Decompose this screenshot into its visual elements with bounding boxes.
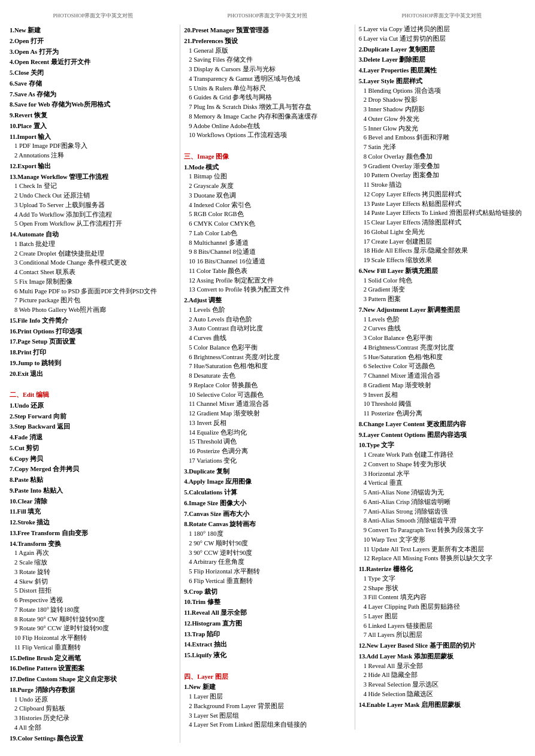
list-item: 11 Posterize 色调分离: [359, 409, 525, 418]
list-item: 1 Again 再次: [10, 548, 176, 558]
list-item: 12 Assing Profile 制定配置文件: [184, 276, 350, 286]
sub-title: 9.Revert 恢复: [10, 111, 176, 120]
sub-title: 9.Paste Into 粘贴入: [10, 486, 176, 496]
list-item: 4 Contact Sheet 联系表: [10, 268, 176, 277]
list-item: 3 Horizontal 水平: [359, 469, 525, 479]
list-item: 5 RGB Color RGB色: [184, 210, 350, 219]
list-item: 2 Curves 曲线: [359, 324, 525, 333]
sub-title: 4.Fade 消退: [10, 433, 176, 442]
list-item: 14 Equalize 色彩均化: [184, 428, 350, 438]
header-col-1: PHOTOSHOP界面文字中英文对照: [6, 12, 180, 20]
list-item: 1 Blending Options 混合选项: [359, 86, 525, 96]
sub-title: 12.Histogram 直方图: [184, 619, 350, 629]
sub-title: 3.Step Backward 返回: [10, 422, 176, 432]
list-item: 8 Rotate 90° CW 顺时针旋转90度: [10, 615, 176, 624]
list-item: 2 Undo Check Out 还原注销: [10, 191, 176, 201]
sub-title: 10.Clear 清除: [10, 497, 176, 506]
sub-title: 1.Mode 模式: [184, 163, 350, 172]
list-item: 6 Flip Vertical 垂直翻转: [184, 576, 350, 586]
list-item: 4 Skew 斜切: [10, 577, 176, 587]
sub-title: 7.Canvas Size 画布大小: [184, 509, 350, 519]
list-item: 10 Flip Hoizontal 水平翻转: [10, 633, 176, 643]
list-item: 8 Multichannel 多通道: [184, 238, 350, 248]
list-item: 6 Prespective 透视: [10, 596, 176, 605]
list-item: 10 Threshold 阈值: [359, 399, 525, 409]
list-item: 1 Solid Color 纯色: [359, 276, 525, 286]
list-item: 1 General 原版: [184, 46, 350, 56]
sub-title: 9.Layer Content Options 图层内容选项: [359, 430, 525, 440]
list-item: 10 Pattern Overlay 图案叠加: [359, 171, 525, 180]
list-item: 1 Layer 图层: [184, 692, 350, 702]
list-item: 2 Convert to Shape 转变为形状: [359, 460, 525, 469]
sub-title: 19.Color Settings 颜色设置: [10, 734, 176, 743]
sub-title: 8.Change Layer Content 更改图层内容: [359, 420, 525, 429]
list-item: 7 Picture package 图片包: [10, 296, 176, 305]
sub-title: 14.Enable Layer Mask 启用图层蒙板: [359, 700, 525, 710]
sub-title: 8.Paste 粘贴: [10, 475, 176, 485]
list-item: 13 Invert 反相: [184, 418, 350, 428]
list-item: 1 180° 180度: [184, 529, 350, 539]
list-item: 4 Layer Clipping Path 图层剪贴路径: [359, 602, 525, 612]
list-item: 9 Replace Color 替换颜色: [184, 381, 350, 390]
sub-title: 13.Add Layer Mask 添加图层蒙板: [359, 652, 525, 661]
sub-title: 19.Jump to 跳转到: [10, 359, 176, 368]
sub-title: 4.Open Recent 最近打开文件: [10, 57, 176, 67]
sub-title: 3.Open As 打开为: [10, 47, 176, 57]
sub-title: 10.Trim 修整: [184, 597, 350, 607]
sub-title: 5.Calculations 计算: [184, 488, 350, 497]
header-col-3: PHOTOSHOP界面文字中英文对照: [355, 12, 529, 20]
list-item: 6 Guides & Grid 参考线与网格: [184, 93, 350, 102]
sub-title: 9.Crop 裁切: [184, 587, 350, 597]
list-item: 2 Hide All 隐藏全部: [359, 670, 525, 680]
sub-title: 1.New 新建: [10, 26, 176, 35]
sub-title: 7.Copy Merged 合并拷贝: [10, 464, 176, 474]
list-item: 3 Layer Set 图层组: [184, 711, 350, 721]
list-item: 3 Fill Content 填充内容: [359, 593, 525, 602]
list-item: 12 Replace All Missing Fonts 替换所以缺欠文字: [359, 554, 525, 563]
sub-title: 14.Automate 自动: [10, 230, 176, 239]
sub-title: 6.Image Size 图像大小: [184, 499, 350, 508]
sub-title: 6.Save 存储: [10, 79, 176, 89]
list-item: 7 Satin 光泽: [359, 142, 525, 152]
sub-title: 21.Preferences 预设: [184, 37, 350, 46]
list-item: 5 Units & Rulers 单位与标尺: [184, 84, 350, 93]
sub-title: 10.Place 置入: [10, 122, 176, 131]
list-item: 7 All Layers 所以图层: [359, 630, 525, 640]
sub-title: 7.Save As 存储为: [10, 90, 176, 99]
list-item: 3 Upload To Server 上载到服务器: [10, 201, 176, 210]
section-title: 二、Edit 编辑: [10, 390, 176, 400]
list-item: 3 Inner Shadow 内阴影: [359, 105, 525, 114]
sub-title: 14.Transform 变换: [10, 539, 176, 549]
list-item: 4 Curves 曲线: [184, 333, 350, 343]
sub-title: 5.Layer Style 图层样式: [359, 77, 525, 86]
sub-title: 4.Apply Image 应用图像: [184, 477, 350, 487]
sub-title: 13.Free Transform 自由变形: [10, 529, 176, 538]
list-item: 5 Distort 扭拒: [10, 586, 176, 596]
sub-title: 2.Duplicate Layer 复制图层: [359, 45, 525, 54]
columns-row: 1.New 新建2.Open 打开3.Open As 打开为4.Open Rec…: [6, 25, 529, 743]
list-item: 12 Gradient Map 渐变映射: [184, 409, 350, 418]
list-item: 4 Layer Set From Linked 图层组来自链接的: [184, 720, 350, 730]
sub-title: 11.Rasterize 栅格化: [359, 564, 525, 574]
list-item: 4 Vertical 垂直: [359, 478, 525, 488]
list-item: 2 Saving Files 存储文件: [184, 55, 350, 65]
section-title: 四、Layer 图层: [184, 672, 350, 682]
list-item: 7 Channel Mixer 通道混合器: [359, 371, 525, 381]
sub-title: 17.Define Custom Shape 定义自定形状: [10, 675, 176, 684]
list-item: 8 Memory & Image Cache 内存和图像高速缓存: [184, 112, 350, 122]
list-item: 6 Layer via Cut 通过剪切的图层: [359, 34, 525, 44]
sub-title: 1.Undo 还原: [10, 401, 176, 411]
list-item: 1 Levels 色阶: [359, 315, 525, 324]
list-item: 7 Plug Ins & Scratch Disks 增效工具与暂存盘: [184, 102, 350, 112]
list-item: 6 Selective Color 可选颜色: [359, 362, 525, 371]
column-2: 20.Preset Manager 预置管理器21.Preferences 预设…: [180, 25, 355, 730]
column-3: 5 Layer via Copy 通过拷贝的图层6 Layer via Cut …: [355, 25, 529, 709]
list-item: 1 Reveal All 显示全部: [359, 661, 525, 671]
list-item: 6 Linked Layers 链接图层: [359, 621, 525, 631]
list-item: 5 Fix Image 限制图像: [10, 277, 176, 287]
list-item: 5 Layer via Copy 通过拷贝的图层: [359, 25, 525, 34]
list-item: 5 Color Balance 色彩平衡: [184, 343, 350, 353]
sub-title: 2.Adjust 调整: [184, 296, 350, 305]
list-item: 12 Copy Layer Effects 拷贝图层样式: [359, 190, 525, 199]
list-item: 4 Hide Selection 隐藏选区: [359, 690, 525, 699]
